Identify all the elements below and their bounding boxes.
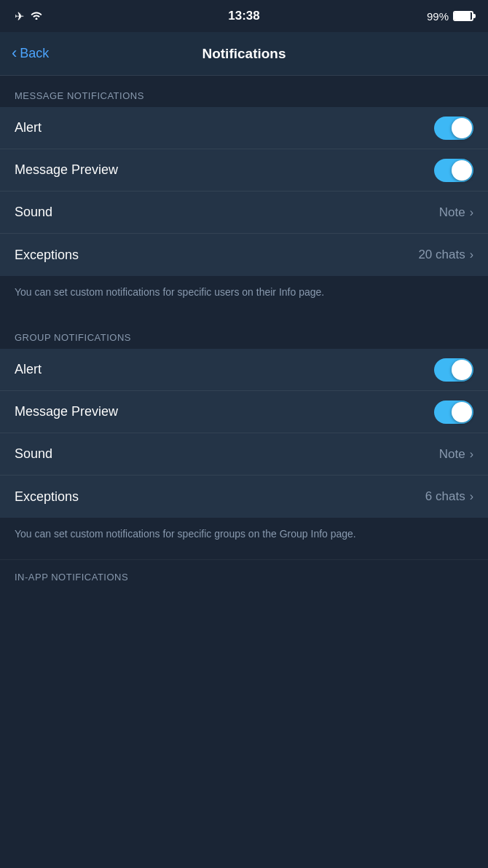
group-exceptions-chevron-icon: ›: [470, 490, 473, 503]
group-alert-row: Alert: [0, 349, 488, 391]
message-sound-right: Note ›: [439, 205, 473, 220]
inapp-notifications-header: IN-APP NOTIFICATIONS: [0, 559, 488, 588]
group-sound-value: Note: [439, 447, 465, 462]
group-notifications-footer: You can set custom notifications for spe…: [0, 518, 488, 559]
message-alert-row: Alert: [0, 107, 488, 149]
message-sound-row[interactable]: Sound Note ›: [0, 192, 488, 234]
group-alert-toggle[interactable]: [434, 358, 473, 382]
message-preview-toggle[interactable]: [434, 159, 473, 182]
group-preview-row: Message Preview: [0, 391, 488, 433]
airplane-icon: ✈: [15, 9, 24, 23]
group-notifications-header: GROUP NOTIFICATIONS: [0, 317, 488, 349]
group-notifications-list: Alert Message Preview Sound Note › Excep…: [0, 349, 488, 518]
status-bar: ✈ 13:38 99%: [0, 0, 488, 32]
status-right-icons: 99%: [427, 10, 473, 23]
message-alert-label: Alert: [15, 120, 42, 135]
group-sound-right: Note ›: [439, 447, 473, 462]
message-exceptions-chevron-icon: ›: [470, 248, 473, 261]
group-sound-row[interactable]: Sound Note ›: [0, 433, 488, 476]
message-notifications-header: MESSAGE NOTIFICATIONS: [0, 76, 488, 107]
message-exceptions-row[interactable]: Exceptions 20 chats ›: [0, 234, 488, 276]
message-preview-label: Message Preview: [15, 162, 118, 178]
group-exceptions-row[interactable]: Exceptions 6 chats ›: [0, 476, 488, 518]
message-notifications-list: Alert Message Preview Sound Note › Excep…: [0, 107, 488, 276]
group-alert-toggle-thumb: [452, 360, 472, 380]
group-exceptions-right: 6 chats ›: [425, 489, 473, 504]
battery-icon: [453, 11, 473, 21]
group-preview-toggle-thumb: [452, 402, 472, 422]
message-exceptions-right: 20 chats ›: [418, 248, 473, 262]
message-exceptions-value: 20 chats: [418, 248, 465, 262]
back-label: Back: [20, 46, 49, 61]
back-button[interactable]: ‹ Back: [12, 46, 49, 61]
wifi-icon: [30, 9, 43, 23]
status-left-icons: ✈: [15, 9, 43, 23]
group-preview-toggle[interactable]: [434, 401, 473, 424]
group-alert-label: Alert: [15, 362, 42, 377]
message-alert-toggle-thumb: [452, 118, 472, 138]
chevron-left-icon: ‹: [12, 45, 17, 61]
message-sound-chevron-icon: ›: [470, 206, 473, 219]
battery-percentage: 99%: [427, 10, 449, 23]
message-preview-row: Message Preview: [0, 149, 488, 192]
message-sound-label: Sound: [15, 205, 52, 220]
message-alert-toggle[interactable]: [434, 117, 473, 140]
group-preview-label: Message Preview: [15, 404, 118, 419]
message-preview-toggle-thumb: [452, 160, 472, 181]
message-exceptions-label: Exceptions: [15, 248, 79, 263]
nav-bar: ‹ Back Notifications: [0, 32, 488, 76]
group-sound-label: Sound: [15, 446, 52, 462]
message-notifications-footer: You can set custom notifications for spe…: [0, 276, 488, 317]
nav-title: Notifications: [202, 46, 286, 62]
status-time: 13:38: [228, 9, 259, 23]
group-exceptions-label: Exceptions: [15, 489, 79, 505]
group-exceptions-value: 6 chats: [425, 489, 465, 504]
message-sound-value: Note: [439, 205, 465, 220]
group-sound-chevron-icon: ›: [470, 448, 473, 461]
